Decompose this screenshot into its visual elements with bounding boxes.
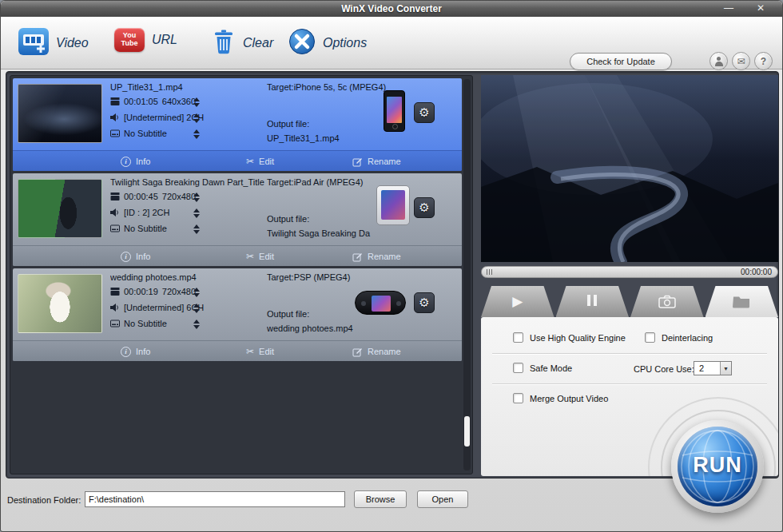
info-button[interactable]: iInfo [121, 246, 150, 266]
video-track-stepper[interactable] [192, 191, 201, 203]
add-video-button[interactable]: Video [18, 28, 89, 58]
destination-folder-label: Destination Folder: [7, 495, 81, 505]
rename-button[interactable]: Rename [352, 151, 401, 171]
minimize-button[interactable]: — [717, 1, 741, 17]
titlebar-utility-buttons: ✉ ? [709, 52, 773, 70]
target-format: Target:PSP (MPEG4) [267, 272, 350, 282]
video-icon [18, 28, 49, 58]
mail-icon: ✉ [737, 56, 745, 67]
subtitle-value: No Subtitle [124, 319, 167, 328]
info-button[interactable]: iInfo [121, 341, 150, 361]
subtitle-stepper[interactable] [192, 318, 201, 330]
video-thumbnail[interactable] [18, 274, 102, 333]
edit-button[interactable]: ✂Edit [246, 246, 274, 266]
deinterlacing-checkbox[interactable] [645, 332, 655, 343]
window-title: WinX Video Converter [1, 1, 782, 17]
account-button[interactable] [709, 52, 728, 70]
audio-icon [110, 303, 120, 312]
audio-track-stepper[interactable] [192, 302, 201, 314]
seek-handle[interactable] [487, 269, 492, 275]
subtitle-value: No Subtitle [124, 129, 167, 138]
high-quality-checkbox[interactable] [513, 332, 523, 343]
destination-folder-input[interactable] [85, 491, 345, 507]
item-action-bar: iInfo ✂Edit Rename [13, 340, 462, 361]
profile-settings-button[interactable]: ⚙ [414, 197, 435, 218]
video-track-stepper[interactable] [192, 96, 201, 108]
edit-button[interactable]: ✂Edit [246, 151, 274, 171]
subtitle-stepper[interactable] [192, 128, 201, 140]
clear-button[interactable]: Clear [212, 28, 273, 58]
info-button[interactable]: iInfo [121, 151, 150, 171]
audio-track-stepper[interactable] [192, 207, 201, 219]
question-icon: ? [761, 56, 766, 67]
info-icon: i [121, 252, 131, 262]
device-ipad-icon [376, 185, 410, 225]
snapshot-button[interactable] [630, 286, 704, 317]
pause-icon [586, 295, 598, 309]
output-file-label: Output file: [267, 309, 309, 319]
add-url-button[interactable]: YouTube URL [114, 28, 177, 52]
options-gear-icon [288, 28, 316, 58]
video-thumbnail[interactable] [18, 84, 102, 143]
feedback-button[interactable]: ✉ [732, 52, 750, 70]
person-icon [714, 57, 724, 66]
options-button[interactable]: Options [288, 28, 367, 58]
run-button[interactable]: RUN [671, 420, 764, 513]
file-item[interactable]: Twilight Saga Breaking Dawn Part_Title 0… [13, 173, 462, 266]
file-item[interactable]: wedding photoes.mp4 00:00:19720x480 [Und… [13, 268, 462, 361]
high-quality-label: Use High Quality Engine [530, 333, 626, 343]
file-name: wedding photoes.mp4 [110, 272, 267, 282]
help-button[interactable]: ? [754, 52, 773, 70]
scissors-icon: ✂ [246, 157, 254, 166]
deinterlacing-option[interactable]: Deinterlacing [645, 332, 713, 343]
target-format: Target:iPhone 5s, 5c (MPEG4) [267, 82, 386, 92]
deinterlacing-label: Deinterlacing [662, 333, 713, 343]
preview-frame [481, 75, 778, 262]
high-quality-option[interactable]: Use High Quality Engine [513, 332, 626, 343]
safe-mode-checkbox[interactable] [513, 363, 523, 373]
audio-track-stepper[interactable] [192, 112, 201, 124]
close-button[interactable]: ✕ [749, 1, 773, 17]
file-item[interactable]: UP_Title31_1.mp4 00:01:05640x360 [Undete… [13, 78, 462, 171]
rename-button[interactable]: Rename [352, 341, 401, 361]
open-output-folder-button[interactable] [705, 286, 779, 317]
playback-time: 00:00:00 [741, 268, 772, 276]
edit-button[interactable]: ✂Edit [246, 341, 274, 361]
cpu-core-select[interactable]: 2 ▼ [694, 361, 732, 375]
audio-icon [110, 208, 120, 217]
play-icon: ▶ [512, 295, 523, 308]
video-thumbnail[interactable] [18, 179, 102, 238]
rename-button[interactable]: Rename [352, 246, 401, 266]
duration-value: 00:00:19 [124, 287, 158, 296]
rename-icon [352, 252, 363, 262]
playback-controls: ▶ [481, 286, 778, 317]
browse-button[interactable]: Browse [354, 490, 407, 508]
pause-button[interactable] [556, 286, 630, 317]
duration-value: 00:00:45 [124, 192, 158, 201]
preview-player[interactable] [481, 75, 778, 262]
subtitle-value: No Subtitle [124, 224, 167, 233]
audio-track-value: [ID : 2] 2CH [124, 208, 169, 217]
merge-output-option[interactable]: Merge Output Video [513, 393, 608, 403]
safe-mode-option[interactable]: Safe Mode [513, 363, 572, 373]
divider [492, 353, 767, 355]
device-psp-icon [355, 291, 406, 315]
profile-settings-button[interactable]: ⚙ [414, 102, 435, 123]
titlebar[interactable]: WinX Video Converter — ✕ [1, 1, 782, 17]
rename-icon [352, 347, 363, 357]
app-window: WinX Video Converter — ✕ Video YouTube U… [0, 0, 783, 532]
merge-output-checkbox[interactable] [513, 393, 523, 403]
seek-bar[interactable]: 00:00:00 [481, 266, 778, 278]
options-label: Options [323, 36, 367, 50]
subtitle-icon [110, 129, 120, 138]
list-scrollbar[interactable] [463, 79, 471, 470]
chevron-down-icon: ▼ [720, 362, 731, 375]
open-button[interactable]: Open [417, 490, 468, 508]
video-track-stepper[interactable] [192, 286, 201, 298]
check-update-button[interactable]: Check for Update [570, 53, 672, 70]
play-button[interactable]: ▶ [481, 286, 554, 317]
profile-settings-button[interactable]: ⚙ [414, 292, 435, 313]
resolution-value: 640x360 [162, 97, 196, 106]
scrollbar-thumb[interactable] [464, 416, 470, 447]
subtitle-stepper[interactable] [192, 223, 201, 235]
